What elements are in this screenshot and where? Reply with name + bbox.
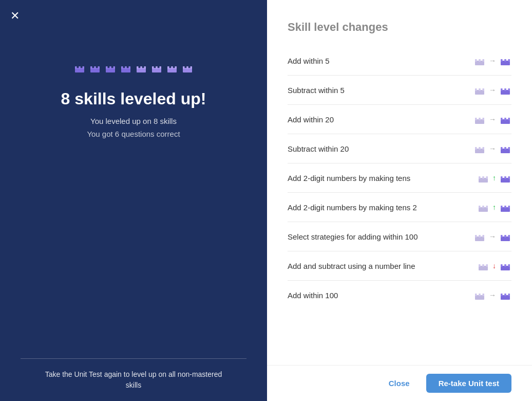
from-tower-icon — [473, 113, 486, 125]
arrow-right-icon: → — [489, 115, 496, 123]
close-footer-button[interactable]: Close — [378, 374, 420, 393]
from-tower-icon — [477, 260, 489, 272]
svg-rect-73 — [479, 206, 481, 208]
right-footer: Close Re-take Unit test — [267, 365, 532, 401]
svg-rect-13 — [121, 66, 123, 69]
main-title: 8 skills leveled up! — [61, 89, 206, 108]
svg-rect-2 — [79, 66, 81, 69]
from-tower-icon — [473, 142, 486, 155]
retake-button[interactable]: Re-take Unit test — [426, 374, 511, 393]
svg-rect-61 — [501, 147, 503, 150]
skill-item: Add 2-digit numbers by making tens ↑ — [288, 163, 511, 193]
svg-rect-23 — [159, 66, 161, 69]
from-tower-icon — [477, 201, 489, 213]
skill-name: Subtract within 20 — [288, 144, 473, 153]
skill-name: Add and subtract using a number line — [288, 262, 477, 270]
svg-rect-90 — [482, 264, 484, 267]
arrow-right-icon: → — [489, 232, 496, 241]
left-content: 8 skills leveled up! You leveled up on 8… — [61, 62, 206, 138]
svg-rect-5 — [90, 66, 92, 69]
to-tower-icon — [499, 84, 511, 96]
svg-rect-49 — [475, 118, 477, 120]
svg-rect-34 — [479, 59, 481, 62]
skill-item: Add within 20 → — [288, 105, 511, 134]
svg-rect-33 — [475, 59, 477, 62]
skill-change: ↑ — [477, 172, 511, 184]
svg-rect-14 — [125, 66, 127, 69]
svg-rect-51 — [483, 118, 485, 120]
svg-rect-26 — [171, 66, 173, 69]
crown-icon — [73, 62, 86, 74]
svg-rect-1 — [75, 66, 77, 69]
bottom-text: Take the Unit Test again to level up on … — [21, 369, 246, 391]
to-tower-icon — [499, 172, 511, 184]
svg-rect-25 — [167, 66, 169, 69]
svg-rect-43 — [483, 88, 485, 91]
skill-name: Add within 100 — [288, 291, 473, 300]
svg-rect-6 — [94, 66, 96, 69]
svg-rect-35 — [483, 59, 485, 62]
skill-item: Select strategies for adding within 100 … — [288, 222, 511, 251]
svg-rect-78 — [504, 206, 506, 208]
to-tower-icon — [499, 54, 511, 67]
svg-rect-71 — [508, 176, 510, 179]
svg-rect-81 — [475, 235, 477, 238]
svg-rect-38 — [504, 59, 506, 62]
close-button[interactable]: ✕ — [10, 10, 20, 22]
svg-rect-79 — [508, 206, 510, 208]
svg-rect-10 — [109, 66, 111, 69]
svg-rect-27 — [175, 66, 177, 69]
svg-rect-86 — [504, 235, 506, 238]
svg-rect-3 — [82, 66, 84, 69]
right-panel: Skill level changes Add within 5 → Subtr… — [267, 0, 532, 401]
svg-rect-65 — [479, 176, 481, 179]
crown-icon — [104, 62, 117, 74]
skill-change: → — [473, 84, 511, 96]
skill-change: ↓ — [477, 260, 511, 272]
arrow-up-icon: ↑ — [492, 203, 496, 211]
svg-rect-7 — [98, 66, 100, 69]
svg-rect-94 — [504, 264, 506, 267]
crown-icon — [181, 62, 194, 74]
skill-list-scroll[interactable]: Skill level changes Add within 5 → Subtr… — [267, 0, 532, 365]
svg-rect-9 — [106, 66, 108, 69]
svg-rect-82 — [479, 235, 481, 238]
subtitle: You leveled up on 8 skills — [90, 117, 177, 125]
svg-rect-53 — [501, 118, 503, 120]
svg-rect-47 — [508, 88, 510, 91]
arrow-right-icon: → — [489, 57, 496, 65]
arrow-down-icon: ↓ — [492, 262, 496, 270]
svg-rect-83 — [483, 235, 485, 238]
from-tower-icon — [473, 230, 486, 243]
svg-rect-29 — [183, 66, 185, 69]
to-tower-icon — [499, 113, 511, 125]
crown-icon — [166, 62, 178, 74]
skill-change: → — [473, 289, 511, 301]
svg-rect-46 — [504, 88, 506, 91]
svg-rect-99 — [483, 294, 485, 296]
svg-rect-63 — [508, 147, 510, 150]
svg-rect-45 — [501, 88, 503, 91]
svg-rect-62 — [504, 147, 506, 150]
svg-rect-17 — [137, 66, 139, 69]
skill-name: Add within 5 — [288, 57, 473, 65]
svg-rect-97 — [475, 294, 477, 296]
svg-rect-30 — [186, 66, 188, 69]
svg-rect-101 — [501, 294, 503, 296]
skill-name: Select strategies for adding within 100 — [288, 232, 473, 241]
to-tower-icon — [499, 230, 511, 243]
skill-item: Add 2-digit numbers by making tens 2 ↑ — [288, 193, 511, 222]
svg-rect-58 — [479, 147, 481, 150]
crown-icon — [120, 62, 132, 74]
skill-list: Add within 5 → Subtract within 5 → — [288, 46, 511, 309]
svg-rect-102 — [504, 294, 506, 296]
svg-rect-21 — [152, 66, 154, 69]
svg-rect-87 — [508, 235, 510, 238]
skill-item: Subtract within 20 → — [288, 134, 511, 163]
section-title: Skill level changes — [288, 21, 511, 34]
svg-rect-93 — [501, 264, 503, 267]
svg-rect-95 — [508, 264, 510, 267]
skill-item: Add and subtract using a number line ↓ — [288, 251, 511, 281]
svg-rect-77 — [501, 206, 503, 208]
to-tower-icon — [499, 260, 511, 272]
